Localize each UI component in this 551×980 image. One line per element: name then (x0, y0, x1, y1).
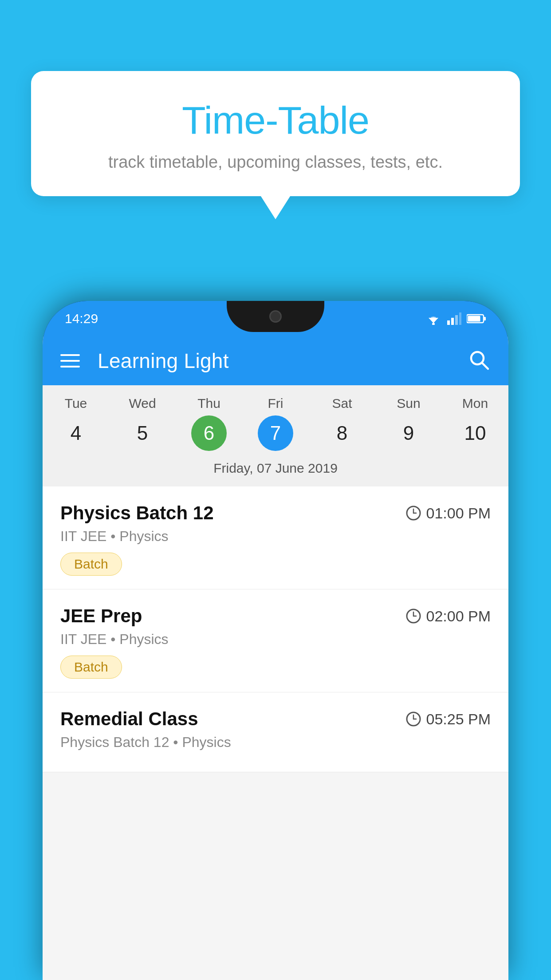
phone-screen: Learning Light Tue4Wed5Thu6Fri7Sat8Sun9M… (43, 336, 508, 980)
clock-icon (405, 505, 421, 521)
days-row: Tue4Wed5Thu6Fri7Sat8Sun9Mon10 (43, 396, 508, 451)
search-button[interactable] (468, 348, 491, 373)
schedule-item-time: 05:25 PM (405, 711, 491, 728)
day-name: Mon (462, 396, 488, 411)
calendar-day-10[interactable]: Mon10 (446, 396, 504, 451)
calendar-day-8[interactable]: Sat8 (313, 396, 371, 451)
schedule-item-1[interactable]: JEE Prep 02:00 PM IIT JEE • Physics Batc… (43, 589, 508, 692)
schedule-item-header: JEE Prep 02:00 PM (60, 605, 491, 627)
schedule-item-subtitle: Physics Batch 12 • Physics (60, 734, 491, 751)
schedule-item-title: Physics Batch 12 (60, 502, 214, 524)
app-bar: Learning Light (43, 336, 508, 385)
tooltip-subtitle: track timetable, upcoming classes, tests… (53, 153, 498, 172)
schedule-item-title: Remedial Class (60, 708, 198, 730)
svg-rect-4 (447, 320, 450, 325)
schedule-item-subtitle: IIT JEE • Physics (60, 528, 491, 545)
day-name: Tue (65, 396, 87, 411)
day-number: 4 (58, 415, 94, 451)
status-time: 14:29 (65, 311, 98, 326)
calendar-day-7[interactable]: Fri7 (247, 396, 304, 451)
calendar-day-9[interactable]: Sun9 (380, 396, 437, 451)
svg-rect-5 (451, 318, 454, 325)
camera-dot (269, 310, 282, 323)
batch-badge: Batch (60, 553, 122, 576)
hamburger-line-1 (60, 354, 80, 356)
schedule-item-time: 01:00 PM (405, 505, 491, 522)
battery-icon (467, 313, 486, 324)
day-number: 10 (457, 415, 493, 451)
svg-rect-7 (459, 312, 461, 325)
tooltip-title: Time-Table (53, 98, 498, 143)
svg-point-3 (432, 323, 435, 325)
clock-icon (405, 711, 421, 727)
day-number: 7 (258, 415, 293, 451)
schedule-item-title: JEE Prep (60, 605, 142, 627)
calendar-day-4[interactable]: Tue4 (47, 396, 105, 451)
day-name: Sat (332, 396, 352, 411)
signal-icon (447, 312, 461, 325)
schedule-item-time: 02:00 PM (405, 608, 491, 625)
status-icons (425, 312, 486, 325)
clock-icon (405, 608, 421, 624)
hamburger-menu-button[interactable] (60, 354, 80, 368)
svg-rect-9 (484, 317, 486, 320)
hamburger-line-3 (60, 366, 80, 368)
svg-rect-6 (455, 315, 458, 325)
svg-line-12 (482, 363, 488, 369)
schedule-item-0[interactable]: Physics Batch 12 01:00 PM IIT JEE • Phys… (43, 486, 508, 589)
schedule-item-2[interactable]: Remedial Class 05:25 PM Physics Batch 12… (43, 692, 508, 772)
calendar-strip: Tue4Wed5Thu6Fri7Sat8Sun9Mon10 Friday, 07… (43, 385, 508, 486)
batch-badge: Batch (60, 656, 122, 679)
day-name: Wed (129, 396, 156, 411)
app-bar-title: Learning Light (98, 349, 450, 373)
selected-date-label: Friday, 07 June 2019 (43, 457, 508, 478)
schedule-item-header: Physics Batch 12 01:00 PM (60, 502, 491, 524)
search-icon (468, 348, 491, 371)
phone-notch (227, 301, 324, 332)
hamburger-line-2 (60, 360, 80, 362)
schedule-item-subtitle: IIT JEE • Physics (60, 631, 491, 648)
schedule-item-header: Remedial Class 05:25 PM (60, 708, 491, 730)
day-number: 5 (125, 415, 160, 451)
tooltip-card: Time-Table track timetable, upcoming cla… (31, 71, 520, 196)
schedule-list: Physics Batch 12 01:00 PM IIT JEE • Phys… (43, 486, 508, 772)
day-number: 8 (324, 415, 360, 451)
day-name: Sun (397, 396, 420, 411)
day-name: Thu (197, 396, 220, 411)
day-number: 9 (391, 415, 426, 451)
wifi-icon (425, 312, 442, 325)
phone-frame: 14:29 (43, 301, 508, 980)
calendar-day-5[interactable]: Wed5 (114, 396, 171, 451)
day-name: Fri (268, 396, 283, 411)
calendar-day-6[interactable]: Thu6 (180, 396, 238, 451)
day-number: 6 (191, 415, 227, 451)
svg-rect-10 (468, 316, 480, 322)
